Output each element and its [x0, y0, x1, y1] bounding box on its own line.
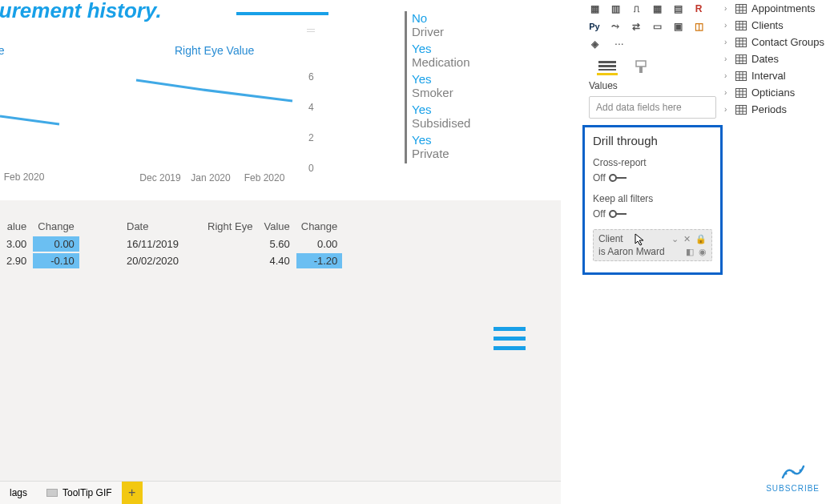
viz-type-icon[interactable]: ▣ — [671, 19, 685, 34]
col-header: Change — [296, 218, 343, 235]
cell: -1.20 — [296, 253, 343, 268]
format-mode-button[interactable] — [632, 59, 653, 75]
viz-type-icon[interactable]: ▭ — [650, 19, 664, 34]
tab-tooltip-gif[interactable]: ToolTip GIF — [37, 482, 122, 504]
field-table-periods[interactable]: ›Periods — [721, 101, 834, 118]
slicer-label: Subsidised — [412, 116, 470, 130]
svg-point-40 — [784, 473, 787, 475]
cross-report-label: Cross-report — [593, 157, 712, 168]
viz-r-icon[interactable]: R — [691, 2, 706, 16]
slicer-item[interactable]: NoDriver — [412, 11, 470, 38]
table-icon — [735, 54, 747, 64]
cell — [185, 253, 257, 268]
image-icon — [46, 489, 58, 497]
svg-rect-35 — [736, 105, 747, 114]
viz-type-icon[interactable]: ▥ — [608, 2, 622, 16]
left-table[interactable]: alue Change 3.00 0.00 2.90 -0.10 — [0, 216, 81, 270]
viz-type-icon[interactable]: ◈ — [587, 37, 602, 51]
table-row[interactable]: 2.90 -0.10 — [2, 253, 79, 268]
values-field-well[interactable]: Add data fields here — [589, 96, 716, 119]
keep-filters-toggle[interactable]: Off — [593, 208, 712, 220]
slicer-item[interactable]: YesPrivate — [412, 133, 470, 160]
table-icon — [735, 105, 747, 115]
visualizations-pane: ▦ ▥ ⎍ ▦ ▤ R Py ⤳ ⇄ ▭ ▣ ◫ ◈ ··· Values Ad… — [582, 0, 723, 275]
table-icon — [735, 21, 747, 30]
viz-import-icon[interactable]: ◫ — [691, 19, 706, 34]
field-table-contact-groups[interactable]: ›Contact Groups — [721, 34, 834, 50]
visual-grip-icon[interactable] — [307, 29, 315, 34]
svg-rect-0 — [598, 61, 616, 63]
chevron-right-icon: › — [724, 21, 731, 30]
add-page-button[interactable]: + — [122, 482, 143, 504]
table-row[interactable]: 3.00 0.00 — [2, 236, 79, 252]
cross-report-toggle[interactable]: Off — [593, 172, 712, 183]
field-table-dates[interactable]: ›Dates — [721, 50, 834, 67]
slicer-item[interactable]: YesSubsidised — [412, 103, 470, 130]
field-label: Periods — [751, 103, 787, 115]
eye-icon[interactable]: ◉ — [699, 247, 707, 257]
slicer-value: Yes — [412, 103, 470, 116]
slicer-label: Smoker — [412, 86, 470, 99]
lock-icon[interactable]: 🔒 — [695, 234, 707, 244]
viz-python-icon[interactable]: Py — [587, 19, 602, 34]
page-tabs: lags ToolTip GIF + — [0, 481, 561, 504]
slicer-value: Yes — [412, 133, 470, 147]
menu-button[interactable] — [494, 327, 526, 350]
col-header: Right Eye — [185, 218, 257, 235]
cell: 16/11/2019 — [122, 236, 183, 252]
field-table-appointments[interactable]: ›Appointments — [721, 0, 834, 17]
axis-tick: Dec 2019 — [139, 172, 181, 183]
table-row[interactable]: 20/02/2020 4.40 -1.20 — [122, 253, 342, 268]
chevron-right-icon: › — [724, 38, 731, 46]
col-header: Change — [33, 218, 79, 235]
drillthrough-field-chip[interactable]: Client ⌄ ✕ 🔒 is Aaron Mward ◧ ◉ — [593, 229, 712, 261]
viz-type-icon[interactable]: ▦ — [650, 2, 664, 16]
field-table-opticians[interactable]: ›Opticians — [721, 84, 834, 101]
svg-rect-3 — [636, 61, 646, 67]
slicer-value: No — [412, 11, 470, 25]
axis-tick: Feb 2020 — [4, 171, 45, 183]
svg-rect-2 — [598, 69, 616, 71]
slicer-card[interactable]: NoDriverYesMedicationYesSmokerYesSubsidi… — [405, 11, 470, 163]
table-row[interactable]: 16/11/2019 5.60 0.00 — [122, 236, 342, 252]
field-table-interval[interactable]: ›Interval — [721, 67, 834, 84]
viz-type-icon[interactable]: ⤳ — [608, 19, 622, 34]
viz-type-icon[interactable]: ▤ — [671, 2, 685, 16]
values-section-label: Values — [582, 80, 723, 91]
viz-type-icon[interactable]: ⎍ — [629, 2, 643, 16]
fields-mode-button[interactable] — [597, 59, 618, 75]
cell: 3.00 — [2, 236, 31, 252]
chart-right[interactable]: 6 4 2 0 Dec 2019 Jan 2020 Feb 2020 — [112, 56, 320, 200]
col-header: Value — [259, 218, 294, 235]
svg-rect-15 — [736, 38, 747, 46]
svg-rect-5 — [736, 4, 747, 13]
keep-filters-label: Keep all filters — [593, 193, 712, 204]
chevron-down-icon[interactable]: ⌄ — [671, 234, 679, 244]
more-visuals-icon[interactable]: ··· — [608, 37, 624, 51]
field-label: Contact Groups — [751, 36, 824, 48]
slicer-value: Yes — [412, 72, 470, 86]
viz-type-icon[interactable]: ▦ — [587, 2, 602, 16]
slicer-item[interactable]: YesSmoker — [412, 72, 470, 99]
remove-icon[interactable]: ✕ — [683, 234, 691, 244]
viz-type-icon[interactable]: ⇄ — [629, 19, 643, 34]
slicer-item[interactable]: YesMedication — [412, 42, 470, 69]
axis-tick: 0 — [308, 163, 314, 174]
chevron-right-icon: › — [724, 4, 731, 13]
chart-left[interactable]: Feb 2020 — [0, 56, 96, 200]
field-label: Opticians — [751, 87, 795, 99]
table-icon — [735, 88, 747, 98]
right-table[interactable]: Date Right Eye Value Change 16/11/2019 5… — [120, 216, 344, 270]
cursor-icon — [634, 232, 647, 247]
cell — [185, 236, 257, 252]
chevron-right-icon: › — [724, 54, 731, 63]
field-table-clients[interactable]: ›Clients — [721, 17, 834, 34]
tab-partial[interactable]: lags — [0, 482, 37, 504]
axis-tick: 2 — [308, 132, 314, 143]
chevron-right-icon: › — [724, 71, 731, 80]
erase-icon[interactable]: ◧ — [686, 247, 694, 257]
axis-tick: 6 — [308, 71, 314, 83]
cell: 4.40 — [259, 253, 294, 268]
cell: 5.60 — [259, 236, 294, 252]
col-header: alue — [2, 218, 31, 235]
